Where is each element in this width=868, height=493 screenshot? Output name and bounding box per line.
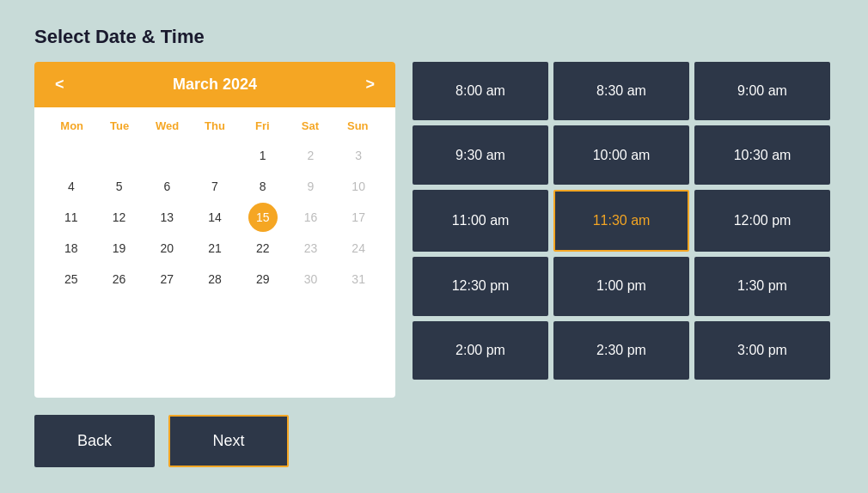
calendar-day [105,141,134,170]
weekday-label: Fri [239,114,286,137]
calendar-day[interactable]: 19 [105,234,134,263]
calendar-day[interactable]: 22 [248,234,278,263]
calendar-day[interactable]: 20 [152,234,181,263]
weekday-label: Thu [191,114,238,137]
calendar-day[interactable]: 24 [344,234,373,263]
calendar-day[interactable]: 31 [344,265,373,294]
calendar-days: 1234567891011121314151617181920212223242… [48,141,382,294]
calendar-day[interactable]: 21 [200,234,229,263]
calendar-weekdays: MonTueWedThuFriSatSun [48,114,382,137]
time-slot-button[interactable]: 8:00 am [413,62,548,120]
time-slot-button[interactable]: 12:00 pm [694,190,830,252]
buttons-row: Back Next [34,415,834,467]
calendar-day[interactable]: 2 [296,141,325,170]
calendar-day [200,141,229,170]
calendar-day[interactable]: 14 [200,203,229,232]
weekday-label: Sat [286,114,333,137]
calendar-day[interactable]: 12 [105,203,134,232]
time-slot-button[interactable]: 9:30 am [413,125,548,184]
time-slot-button[interactable]: 10:00 am [553,125,689,184]
time-slots-wrapper: 8:00 am8:30 am9:00 am9:30 am10:00 am10:3… [413,62,834,398]
calendar-day[interactable]: 7 [200,172,229,201]
back-button[interactable]: Back [34,415,155,467]
calendar-next-button[interactable]: > [358,72,382,97]
time-slot-button[interactable]: 8:30 am [553,62,689,120]
time-slot-button[interactable]: 3:00 pm [694,321,830,380]
calendar-day[interactable]: 13 [152,203,181,232]
calendar-day[interactable]: 29 [248,265,278,294]
weekday-label: Sun [334,114,382,137]
calendar-day[interactable]: 9 [296,172,325,201]
main-content: < March 2024 > MonTueWedThuFriSatSun 123… [34,62,834,398]
page-container: Select Date & Time < March 2024 > MonTue… [0,0,868,493]
calendar-prev-button[interactable]: < [48,72,71,97]
time-slot-button[interactable]: 1:00 pm [553,257,689,315]
calendar-day[interactable]: 23 [296,234,325,263]
calendar-day[interactable]: 1 [248,141,278,170]
weekday-label: Tue [95,114,143,137]
time-slot-button[interactable]: 12:30 pm [413,257,548,315]
calendar-header: < March 2024 > [34,62,395,107]
calendar-day[interactable]: 16 [296,203,325,232]
calendar-day[interactable]: 26 [105,265,134,294]
weekday-label: Mon [48,114,95,137]
calendar-day[interactable]: 25 [57,265,86,294]
calendar-day[interactable]: 30 [296,265,325,294]
calendar-day[interactable]: 5 [105,172,134,201]
time-slot-button[interactable]: 10:30 am [694,125,830,184]
calendar-day[interactable]: 15 [248,203,278,232]
time-slot-button[interactable]: 2:30 pm [553,321,689,380]
page-title: Select Date & Time [34,26,834,48]
calendar-day[interactable]: 11 [57,203,86,232]
calendar-day[interactable]: 8 [248,172,278,201]
time-slots-scroll: 8:00 am8:30 am9:00 am9:30 am10:00 am10:3… [413,62,834,380]
time-slot-button[interactable]: 2:00 pm [413,321,548,380]
calendar-day[interactable]: 17 [344,203,373,232]
next-button[interactable]: Next [168,415,289,467]
calendar-day[interactable]: 6 [152,172,181,201]
time-slot-button[interactable]: 11:00 am [413,190,548,252]
calendar: < March 2024 > MonTueWedThuFriSatSun 123… [34,62,395,398]
time-slot-button[interactable]: 11:30 am [553,190,689,252]
calendar-day [57,141,86,170]
calendar-day[interactable]: 28 [200,265,229,294]
calendar-day[interactable]: 27 [152,265,181,294]
calendar-day [152,141,181,170]
time-slot-button[interactable]: 1:30 pm [694,257,830,315]
calendar-day[interactable]: 4 [57,172,86,201]
weekday-label: Wed [144,114,191,137]
time-slot-button[interactable]: 9:00 am [694,62,830,120]
calendar-month-label: March 2024 [173,76,257,94]
calendar-grid: MonTueWedThuFriSatSun 123456789101112131… [34,107,395,307]
calendar-day[interactable]: 18 [57,234,86,263]
calendar-day[interactable]: 10 [344,172,373,201]
calendar-day[interactable]: 3 [344,141,373,170]
